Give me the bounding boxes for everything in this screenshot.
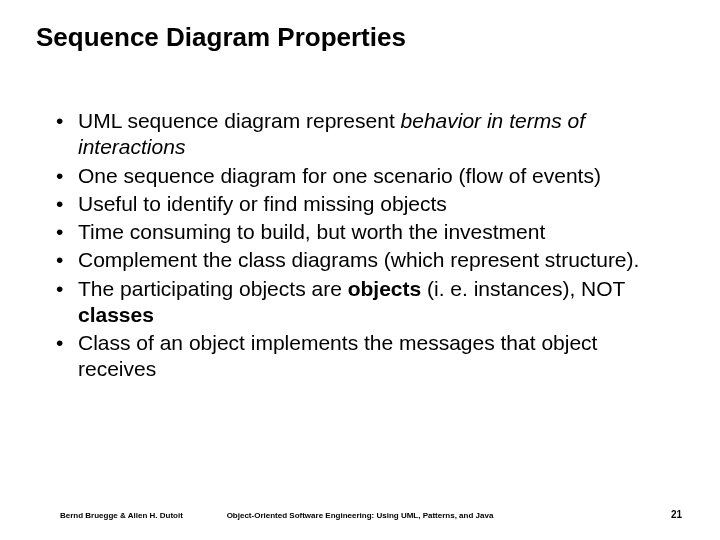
footer: Bernd Bruegge & Allen H. Dutoit Object-O…	[0, 502, 720, 520]
list-item: Complement the class diagrams (which rep…	[50, 247, 680, 273]
text: UML sequence diagram represent	[78, 109, 401, 132]
page-number: 21	[671, 509, 682, 520]
text-bold: objects	[348, 277, 422, 300]
text: Complement the class diagrams (which rep…	[78, 248, 639, 271]
text: Useful to identify or find missing objec…	[78, 192, 447, 215]
list-item: One sequence diagram for one scenario (f…	[50, 163, 680, 189]
text: (i. e. instances), NOT	[421, 277, 625, 300]
list-item: Time consuming to build, but worth the i…	[50, 219, 680, 245]
list-item: UML sequence diagram represent behavior …	[50, 108, 680, 161]
footer-title: Object-Oriented Software Engineering: Us…	[0, 511, 720, 520]
list-item: Class of an object implements the messag…	[50, 330, 680, 383]
list-item: The participating objects are objects (i…	[50, 276, 680, 329]
slide-body: UML sequence diagram represent behavior …	[50, 108, 680, 385]
text: Class of an object implements the messag…	[78, 331, 597, 380]
text-bold: classes	[78, 303, 154, 326]
slide: Sequence Diagram Properties UML sequence…	[0, 0, 720, 540]
list-item: Useful to identify or find missing objec…	[50, 191, 680, 217]
text: Time consuming to build, but worth the i…	[78, 220, 545, 243]
slide-title: Sequence Diagram Properties	[36, 22, 406, 53]
bullet-list: UML sequence diagram represent behavior …	[50, 108, 680, 383]
text: One sequence diagram for one scenario (f…	[78, 164, 601, 187]
text: The participating objects are	[78, 277, 348, 300]
